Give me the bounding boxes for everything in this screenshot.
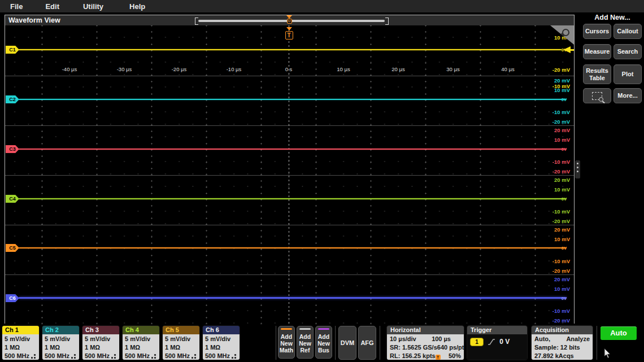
channel-3-name: Ch 3 (82, 326, 119, 334)
nav-bracket-right[interactable] (385, 18, 389, 25)
trigger-title: Trigger (467, 326, 527, 334)
horizontal-title: Horizontal (387, 326, 464, 334)
time-tick: -40 µs (62, 66, 77, 72)
channel-6-name: Ch 6 (203, 326, 240, 334)
more-button[interactable]: More... (613, 88, 642, 103)
c6-channel-flag[interactable]: C6 (6, 294, 19, 302)
probe-comp-icon (71, 354, 76, 359)
graticule[interactable]: T -40 µs -30 µs -20 µs -10 µs 0 s 10 µs … (5, 25, 574, 324)
menu-file[interactable]: File (5, 2, 28, 11)
channel-5-name: Ch 5 (163, 326, 199, 334)
c4-scale-20mv: 20 mV (554, 177, 570, 183)
slice-divider (5, 76, 574, 76)
c2-channel-flag[interactable]: C2 (6, 95, 19, 103)
channel-1-name: Ch 1 (2, 326, 39, 334)
c3-scale-10mv: 10 mV (554, 137, 570, 143)
slice-divider (5, 225, 574, 225)
bottom-bar: Ch 1 5 mV/div 1 MΩ 500 MHz Ch 2 5 mV/div… (0, 325, 644, 362)
c2-trace[interactable] (19, 99, 567, 100)
c6-trace[interactable] (19, 297, 567, 299)
ref-color-stripe (299, 328, 311, 330)
run-stop-auto-button[interactable]: Auto (601, 326, 637, 340)
trigger-source-badge: 1 (470, 338, 484, 346)
add-new-title: Add New... (581, 14, 644, 21)
channel-4-name: Ch 4 (123, 326, 159, 334)
divider (597, 326, 597, 360)
channel-2-name: Ch 2 (42, 326, 79, 334)
panel-splitter-handle[interactable] (575, 160, 580, 178)
menu-utility[interactable]: Utility (77, 2, 109, 11)
probe-comp-icon (232, 354, 236, 359)
c5-scale-n20mv: -20 mV (552, 268, 570, 274)
c2-scale-n20mv: -20 mV (552, 119, 570, 125)
time-tick: 30 µs (446, 66, 459, 72)
trigger-level-arrow-icon[interactable] (563, 46, 571, 53)
c6-ground-marker: 0V (562, 296, 567, 301)
zoom-mode-button[interactable] (583, 88, 611, 103)
time-tick: -10 µs (227, 66, 242, 72)
divider (380, 326, 380, 360)
probe-comp-icon (151, 354, 156, 359)
add-new-panel: Add New... Cursors Callout Measure Searc… (581, 12, 644, 324)
channel-4-badge[interactable]: Ch 4 5 mV/div 1 MΩ 500 MHz (122, 325, 160, 360)
trigger-level: 0 V (499, 338, 510, 346)
trigger-badge[interactable]: Trigger 1 0 V (467, 325, 528, 360)
time-tick: -30 µs (117, 66, 132, 72)
math-color-stripe (281, 328, 292, 330)
c2-scale-n10mv: -10 mV (552, 109, 570, 115)
c6-scale-10mv: 10 mV (554, 286, 570, 292)
c1-channel-flag[interactable]: C1 (6, 46, 19, 54)
acquisition-badge[interactable]: Acquisition Auto,Analyze Sample: 12 bits… (531, 325, 593, 360)
callout-button[interactable]: Callout (613, 24, 642, 39)
waveform-header: Waveform View U (5, 15, 574, 25)
search-button[interactable]: Search (613, 44, 642, 59)
dvm-button[interactable]: DVM (338, 326, 356, 360)
add-new-math-button[interactable]: Add New Math (278, 326, 295, 359)
slice-divider (5, 274, 574, 275)
measure-button[interactable]: Measure (583, 44, 611, 59)
time-tick: 20 µs (391, 66, 404, 72)
c4-trace[interactable] (19, 198, 567, 199)
c5-scale-10mv: 10 mV (554, 236, 570, 242)
c3-ground-marker: 0V (562, 147, 567, 152)
probe-comp-icon (31, 354, 36, 359)
c4-channel-flag[interactable]: C4 (6, 195, 19, 203)
results-table-button[interactable]: Results Table (583, 64, 611, 84)
c3-trace[interactable] (19, 149, 567, 150)
c5-channel-flag[interactable]: C5 (6, 244, 19, 252)
c5-ground-marker: 0V (562, 246, 567, 251)
c2-ground-marker: 0V (562, 97, 567, 102)
channel-3-badge[interactable]: Ch 3 5 mV/div 1 MΩ 500 MHz (82, 325, 120, 360)
rising-edge-icon (488, 338, 495, 346)
cursors-button[interactable]: Cursors (583, 24, 611, 39)
probe-comp-icon (192, 354, 196, 359)
slice-divider (5, 125, 574, 126)
c5-scale-n10mv: -10 mV (552, 258, 570, 264)
c1-trace[interactable] (19, 49, 562, 50)
plot-button[interactable]: Plot (613, 64, 642, 84)
trigger-position-flag[interactable]: T (284, 27, 294, 42)
c4-scale-n20mv: -20 mV (552, 218, 570, 224)
menu-help[interactable]: Help (124, 2, 151, 11)
c3-scale-n10mv: -10 mV (552, 159, 570, 165)
c5-trace[interactable] (19, 247, 567, 248)
mouse-cursor (603, 348, 611, 359)
afg-button[interactable]: AFG (358, 326, 376, 360)
zoom-selection-icon (592, 92, 602, 100)
nav-trigger-position-icon[interactable]: U (286, 15, 293, 25)
channel-5-badge[interactable]: Ch 5 5 mV/div 1 MΩ 500 MHz (162, 325, 200, 360)
c3-scale-20mv: 20 mV (554, 127, 570, 133)
time-tick: 40 µs (501, 66, 514, 72)
c4-ground-marker: 0V (562, 197, 567, 202)
menu-edit[interactable]: Edit (40, 2, 65, 11)
channel-2-badge[interactable]: Ch 2 5 mV/div 1 MΩ 500 MHz (42, 325, 80, 360)
add-new-ref-button[interactable]: Add New Ref (297, 326, 314, 359)
c3-channel-flag[interactable]: C3 (6, 145, 19, 153)
c2-scale-10mv: 10 mV (554, 87, 570, 93)
add-new-bus-button[interactable]: Add New Bus (315, 326, 332, 359)
horizontal-badge[interactable]: Horizontal 10 µs/div100 µs SR: 1.5625 GS… (386, 325, 464, 360)
c2-scale-20mv: 20 mV (554, 77, 570, 84)
channel-6-badge[interactable]: Ch 6 5 mV/div 1 MΩ 500 MHz (202, 325, 240, 360)
channel-1-badge[interactable]: Ch 1 5 mV/div 1 MΩ 500 MHz (2, 325, 40, 360)
trigger-pos-icon: T (436, 355, 441, 360)
